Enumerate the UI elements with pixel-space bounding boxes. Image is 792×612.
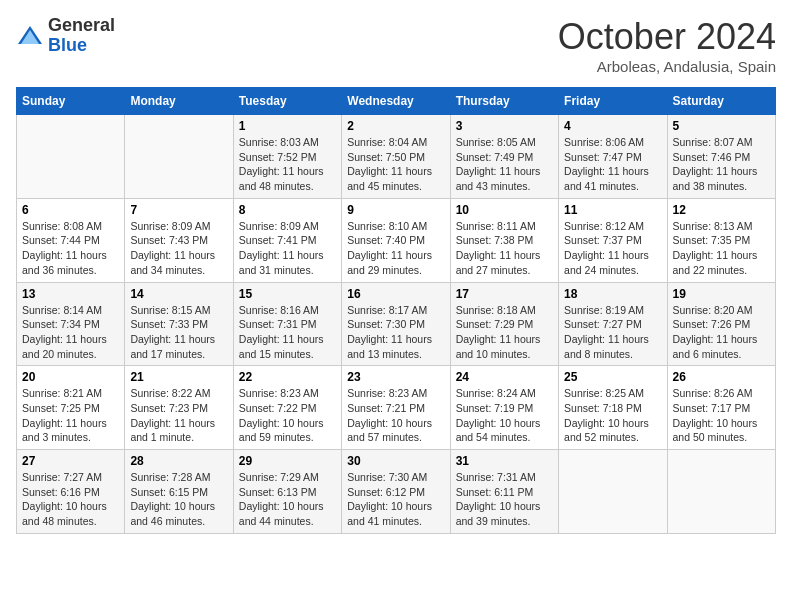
calendar-cell: 9Sunrise: 8:10 AM Sunset: 7:40 PM Daylig… — [342, 198, 450, 282]
day-info: Sunrise: 8:22 AM Sunset: 7:23 PM Dayligh… — [130, 386, 227, 445]
day-info: Sunrise: 7:29 AM Sunset: 6:13 PM Dayligh… — [239, 470, 336, 529]
day-info: Sunrise: 8:05 AM Sunset: 7:49 PM Dayligh… — [456, 135, 553, 194]
day-info: Sunrise: 8:18 AM Sunset: 7:29 PM Dayligh… — [456, 303, 553, 362]
day-number: 19 — [673, 287, 770, 301]
day-info: Sunrise: 8:06 AM Sunset: 7:47 PM Dayligh… — [564, 135, 661, 194]
day-info: Sunrise: 7:28 AM Sunset: 6:15 PM Dayligh… — [130, 470, 227, 529]
day-number: 28 — [130, 454, 227, 468]
day-number: 23 — [347, 370, 444, 384]
logo-text: General Blue — [48, 16, 115, 56]
day-header-monday: Monday — [125, 88, 233, 115]
logo: General Blue — [16, 16, 115, 56]
day-header-sunday: Sunday — [17, 88, 125, 115]
day-number: 5 — [673, 119, 770, 133]
day-info: Sunrise: 8:16 AM Sunset: 7:31 PM Dayligh… — [239, 303, 336, 362]
calendar-cell: 8Sunrise: 8:09 AM Sunset: 7:41 PM Daylig… — [233, 198, 341, 282]
logo-icon — [16, 22, 44, 50]
day-number: 25 — [564, 370, 661, 384]
calendar-cell: 16Sunrise: 8:17 AM Sunset: 7:30 PM Dayli… — [342, 282, 450, 366]
calendar-cell: 27Sunrise: 7:27 AM Sunset: 6:16 PM Dayli… — [17, 450, 125, 534]
calendar-cell: 15Sunrise: 8:16 AM Sunset: 7:31 PM Dayli… — [233, 282, 341, 366]
calendar-cell: 24Sunrise: 8:24 AM Sunset: 7:19 PM Dayli… — [450, 366, 558, 450]
day-number: 11 — [564, 203, 661, 217]
page-header: General Blue October 2024 Arboleas, Anda… — [16, 16, 776, 75]
day-number: 8 — [239, 203, 336, 217]
calendar-cell: 19Sunrise: 8:20 AM Sunset: 7:26 PM Dayli… — [667, 282, 775, 366]
calendar-cell: 22Sunrise: 8:23 AM Sunset: 7:22 PM Dayli… — [233, 366, 341, 450]
day-header-thursday: Thursday — [450, 88, 558, 115]
calendar-header-row: SundayMondayTuesdayWednesdayThursdayFrid… — [17, 88, 776, 115]
day-info: Sunrise: 8:24 AM Sunset: 7:19 PM Dayligh… — [456, 386, 553, 445]
day-number: 12 — [673, 203, 770, 217]
calendar-table: SundayMondayTuesdayWednesdayThursdayFrid… — [16, 87, 776, 534]
calendar-cell: 10Sunrise: 8:11 AM Sunset: 7:38 PM Dayli… — [450, 198, 558, 282]
day-number: 6 — [22, 203, 119, 217]
day-number: 16 — [347, 287, 444, 301]
day-info: Sunrise: 8:25 AM Sunset: 7:18 PM Dayligh… — [564, 386, 661, 445]
day-info: Sunrise: 7:31 AM Sunset: 6:11 PM Dayligh… — [456, 470, 553, 529]
day-info: Sunrise: 8:15 AM Sunset: 7:33 PM Dayligh… — [130, 303, 227, 362]
calendar-cell: 17Sunrise: 8:18 AM Sunset: 7:29 PM Dayli… — [450, 282, 558, 366]
calendar-cell: 31Sunrise: 7:31 AM Sunset: 6:11 PM Dayli… — [450, 450, 558, 534]
day-number: 15 — [239, 287, 336, 301]
day-info: Sunrise: 8:09 AM Sunset: 7:41 PM Dayligh… — [239, 219, 336, 278]
calendar-cell: 26Sunrise: 8:26 AM Sunset: 7:17 PM Dayli… — [667, 366, 775, 450]
day-number: 1 — [239, 119, 336, 133]
calendar-cell: 6Sunrise: 8:08 AM Sunset: 7:44 PM Daylig… — [17, 198, 125, 282]
calendar-week-5: 27Sunrise: 7:27 AM Sunset: 6:16 PM Dayli… — [17, 450, 776, 534]
day-info: Sunrise: 8:03 AM Sunset: 7:52 PM Dayligh… — [239, 135, 336, 194]
calendar-cell — [559, 450, 667, 534]
calendar-cell — [125, 115, 233, 199]
day-number: 14 — [130, 287, 227, 301]
calendar-cell: 25Sunrise: 8:25 AM Sunset: 7:18 PM Dayli… — [559, 366, 667, 450]
calendar-cell: 7Sunrise: 8:09 AM Sunset: 7:43 PM Daylig… — [125, 198, 233, 282]
day-info: Sunrise: 8:12 AM Sunset: 7:37 PM Dayligh… — [564, 219, 661, 278]
day-info: Sunrise: 7:30 AM Sunset: 6:12 PM Dayligh… — [347, 470, 444, 529]
calendar-cell: 12Sunrise: 8:13 AM Sunset: 7:35 PM Dayli… — [667, 198, 775, 282]
calendar-cell: 4Sunrise: 8:06 AM Sunset: 7:47 PM Daylig… — [559, 115, 667, 199]
day-info: Sunrise: 8:13 AM Sunset: 7:35 PM Dayligh… — [673, 219, 770, 278]
title-block: October 2024 Arboleas, Andalusia, Spain — [558, 16, 776, 75]
logo-general: General — [48, 15, 115, 35]
calendar-cell: 23Sunrise: 8:23 AM Sunset: 7:21 PM Dayli… — [342, 366, 450, 450]
calendar-cell: 21Sunrise: 8:22 AM Sunset: 7:23 PM Dayli… — [125, 366, 233, 450]
day-number: 22 — [239, 370, 336, 384]
day-number: 29 — [239, 454, 336, 468]
day-number: 10 — [456, 203, 553, 217]
calendar-cell — [17, 115, 125, 199]
day-number: 21 — [130, 370, 227, 384]
calendar-week-4: 20Sunrise: 8:21 AM Sunset: 7:25 PM Dayli… — [17, 366, 776, 450]
location-subtitle: Arboleas, Andalusia, Spain — [558, 58, 776, 75]
calendar-cell: 2Sunrise: 8:04 AM Sunset: 7:50 PM Daylig… — [342, 115, 450, 199]
day-number: 24 — [456, 370, 553, 384]
day-info: Sunrise: 8:20 AM Sunset: 7:26 PM Dayligh… — [673, 303, 770, 362]
day-info: Sunrise: 8:14 AM Sunset: 7:34 PM Dayligh… — [22, 303, 119, 362]
day-number: 26 — [673, 370, 770, 384]
calendar-cell: 5Sunrise: 8:07 AM Sunset: 7:46 PM Daylig… — [667, 115, 775, 199]
day-info: Sunrise: 8:08 AM Sunset: 7:44 PM Dayligh… — [22, 219, 119, 278]
day-info: Sunrise: 8:11 AM Sunset: 7:38 PM Dayligh… — [456, 219, 553, 278]
calendar-cell: 28Sunrise: 7:28 AM Sunset: 6:15 PM Dayli… — [125, 450, 233, 534]
calendar-cell: 11Sunrise: 8:12 AM Sunset: 7:37 PM Dayli… — [559, 198, 667, 282]
day-info: Sunrise: 8:23 AM Sunset: 7:22 PM Dayligh… — [239, 386, 336, 445]
day-number: 3 — [456, 119, 553, 133]
day-number: 18 — [564, 287, 661, 301]
calendar-cell: 13Sunrise: 8:14 AM Sunset: 7:34 PM Dayli… — [17, 282, 125, 366]
day-info: Sunrise: 8:26 AM Sunset: 7:17 PM Dayligh… — [673, 386, 770, 445]
day-info: Sunrise: 8:23 AM Sunset: 7:21 PM Dayligh… — [347, 386, 444, 445]
day-info: Sunrise: 8:04 AM Sunset: 7:50 PM Dayligh… — [347, 135, 444, 194]
day-info: Sunrise: 8:09 AM Sunset: 7:43 PM Dayligh… — [130, 219, 227, 278]
logo-blue: Blue — [48, 35, 87, 55]
day-number: 30 — [347, 454, 444, 468]
calendar-cell: 14Sunrise: 8:15 AM Sunset: 7:33 PM Dayli… — [125, 282, 233, 366]
calendar-cell: 1Sunrise: 8:03 AM Sunset: 7:52 PM Daylig… — [233, 115, 341, 199]
day-info: Sunrise: 8:21 AM Sunset: 7:25 PM Dayligh… — [22, 386, 119, 445]
day-number: 17 — [456, 287, 553, 301]
calendar-cell: 20Sunrise: 8:21 AM Sunset: 7:25 PM Dayli… — [17, 366, 125, 450]
calendar-cell: 29Sunrise: 7:29 AM Sunset: 6:13 PM Dayli… — [233, 450, 341, 534]
day-number: 13 — [22, 287, 119, 301]
day-info: Sunrise: 8:17 AM Sunset: 7:30 PM Dayligh… — [347, 303, 444, 362]
day-header-wednesday: Wednesday — [342, 88, 450, 115]
day-number: 27 — [22, 454, 119, 468]
calendar-cell: 30Sunrise: 7:30 AM Sunset: 6:12 PM Dayli… — [342, 450, 450, 534]
